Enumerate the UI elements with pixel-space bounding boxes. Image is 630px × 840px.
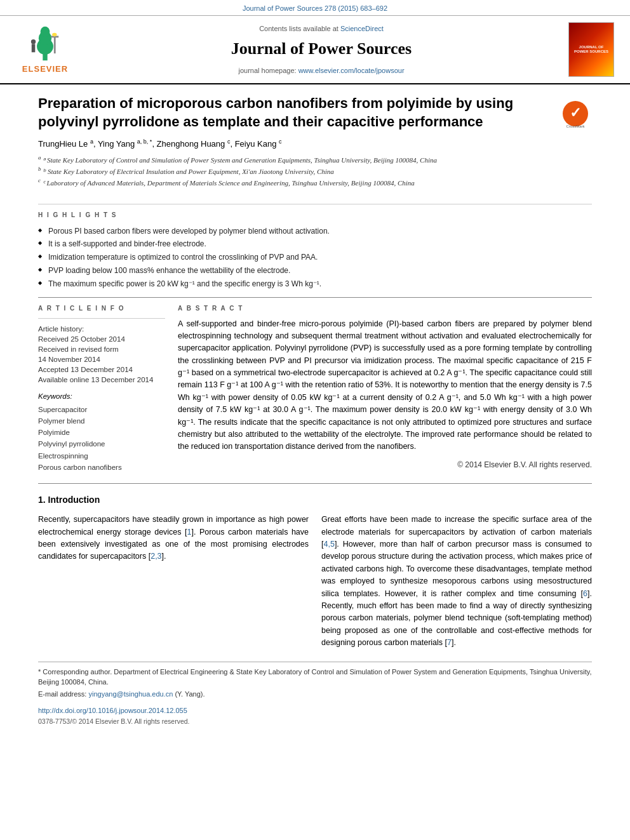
keyword-4: Polyvinyl pyrrolidone: [38, 438, 165, 450]
corresponding-author-note: * Corresponding author. Department of El…: [38, 667, 592, 687]
authors-text: TrungHieu Le a, Ying Yang a, b, *, Zheng…: [38, 139, 282, 149]
science-direct-anchor[interactable]: ScienceDirect: [340, 25, 384, 32]
journal-homepage: journal homepage: www.elsevier.com/locat…: [86, 66, 556, 76]
article-history: Article history: Received 25 October 201…: [38, 324, 165, 385]
article-title-section: Preparation of microporous carbon nanofi…: [38, 95, 592, 194]
doi-bar: http://dx.doi.org/10.1016/j.jpowsour.201…: [38, 706, 592, 716]
science-direct-link: Contents lists available at ScienceDirec…: [86, 24, 556, 34]
abstract-col: A B S T R A C T A self-supported and bin…: [178, 304, 592, 473]
history-label: Article history:: [38, 324, 165, 334]
ref-7: 7: [447, 638, 452, 647]
homepage-url[interactable]: www.elsevier.com/locate/jpowsour: [298, 67, 405, 74]
ref-2-3: 2,3: [151, 552, 161, 561]
elsevier-tree-icon: [20, 24, 70, 62]
contents-text: Contents lists available at: [259, 25, 338, 32]
history-revised-label: Received in revised form: [38, 344, 165, 354]
affiliation-b: b ᵇ State Key Laboratory of Electrical I…: [38, 165, 555, 177]
article-info-col: A R T I C L E I N F O Article history: R…: [38, 304, 165, 473]
email-note: (Y. Yang).: [175, 690, 204, 698]
intro-left-text: Recently, supercapacitors have steadily …: [38, 514, 309, 563]
divider-1: [38, 204, 592, 204]
highlight-item-4: PVP loading below 100 mass% enhance the …: [38, 264, 592, 277]
section-number: 1.: [38, 495, 46, 505]
issn-bar: 0378-7753/© 2014 Elsevier B.V. All right…: [38, 717, 592, 726]
intro-left-col: Recently, supercapacitors have steadily …: [38, 514, 309, 649]
history-online: Available online 13 December 2014: [38, 375, 165, 385]
email-link[interactable]: yingyang@tsinghua.edu.cn: [88, 690, 175, 698]
intro-right-text: Great efforts have been made to increase…: [321, 514, 592, 649]
highlight-item-1: Porous PI based carbon fibers were devel…: [38, 225, 592, 238]
abstract-label: A B S T R A C T: [178, 304, 592, 313]
keywords-label: Keywords:: [38, 391, 165, 401]
history-revised-date: 14 November 2014: [38, 354, 165, 364]
info-abstract-section: A R T I C L E I N F O Article history: R…: [38, 304, 592, 473]
keyword-6: Porous carbon nanofibers: [38, 462, 165, 473]
section-1-title: 1. Introduction: [38, 494, 592, 507]
journal-cover-image: JOURNAL OF POWER SOURCES: [568, 22, 614, 77]
introduction-section: 1. Introduction Recently, supercapacitor…: [38, 494, 592, 650]
highlight-item-5: The maximum specific power is 20 kW kg⁻¹…: [38, 277, 592, 291]
elsevier-logo: ELSEVIER: [10, 24, 80, 75]
keyword-3: Polyimide: [38, 427, 165, 438]
email-label: E-mail address:: [38, 690, 86, 698]
highlights-label: H I G H L I G H T S: [38, 211, 592, 220]
email-line: E-mail address: yingyang@tsinghua.edu.cn…: [38, 690, 592, 699]
cover-text: JOURNAL OF POWER SOURCES: [572, 45, 611, 55]
ref-6: 6: [583, 589, 587, 598]
ref-4-5: 4,5: [323, 540, 334, 549]
elsevier-logo-area: ELSEVIER: [10, 24, 80, 75]
keyword-1: Supercapacitor: [38, 404, 165, 415]
svg-point-3: [41, 27, 50, 37]
journal-citation-text: Journal of Power Sources 278 (2015) 683–…: [243, 4, 387, 12]
journal-header-center: Contents lists available at ScienceDirec…: [86, 24, 556, 76]
highlight-item-2: It is a self-supported and binder-free e…: [38, 237, 592, 251]
homepage-label: journal homepage:: [238, 67, 296, 74]
journal-title: Journal of Power Sources: [86, 37, 556, 60]
article-info-label: A R T I C L E I N F O: [38, 304, 165, 313]
intro-right-col: Great efforts have been made to increase…: [321, 514, 592, 649]
elsevier-text: ELSEVIER: [22, 63, 68, 75]
crossmark-area: ✓ CrossMark: [561, 100, 592, 131]
keywords-list: Supercapacitor Polymer blend Polyimide P…: [38, 404, 165, 473]
footnote-area: * Corresponding author. Department of El…: [38, 662, 592, 726]
history-received: Received 25 October 2014: [38, 334, 165, 344]
keyword-5: Electrospinning: [38, 450, 165, 462]
history-accepted: Accepted 13 December 2014: [38, 364, 165, 375]
highlights-section: H I G H L I G H T S Porous PI based carb…: [38, 211, 592, 291]
main-content: Preparation of microporous carbon nanofi…: [0, 84, 630, 738]
ref-1: 1: [187, 528, 192, 537]
journal-citation-bar: Journal of Power Sources 278 (2015) 683–…: [0, 0, 630, 16]
email-address: yingyang@tsinghua.edu.cn: [88, 690, 173, 698]
doi-text: http://dx.doi.org/10.1016/j.jpowsour.201…: [38, 707, 187, 714]
info-divider: [38, 318, 165, 319]
affiliation-a: a ᵃ State Key Laboratory of Control and …: [38, 154, 555, 165]
article-title: Preparation of microporous carbon nanofi…: [38, 95, 555, 131]
svg-text:CrossMark: CrossMark: [566, 124, 585, 128]
highlight-item-3: Imidization temperature is optimized to …: [38, 251, 592, 264]
crossmark-icon: ✓ CrossMark: [561, 100, 589, 128]
copyright: © 2014 Elsevier B.V. All rights reserved…: [178, 460, 592, 470]
affiliation-c: c ᶜ Laboratory of Advanced Materials, De…: [38, 177, 555, 188]
affiliations: a ᵃ State Key Laboratory of Control and …: [38, 154, 555, 188]
section-title-text: Introduction: [48, 495, 100, 505]
divider-3: [38, 483, 592, 484]
svg-text:✓: ✓: [570, 105, 581, 121]
svg-rect-5: [32, 44, 36, 53]
svg-point-8: [52, 33, 57, 37]
doi-link[interactable]: http://dx.doi.org/10.1016/j.jpowsour.201…: [38, 707, 187, 714]
svg-rect-6: [54, 36, 56, 54]
svg-point-4: [31, 39, 36, 44]
introduction-two-col: Recently, supercapacitors have steadily …: [38, 514, 592, 649]
highlights-list: Porous PI based carbon fibers were devel…: [38, 225, 592, 291]
journal-cover-area: JOURNAL OF POWER SOURCES: [563, 22, 620, 77]
authors-line: TrungHieu Le a, Ying Yang a, b, *, Zheng…: [38, 138, 555, 150]
keyword-2: Polymer blend: [38, 415, 165, 427]
journal-header: ELSEVIER Contents lists available at Sci…: [0, 16, 630, 84]
page: Journal of Power Sources 278 (2015) 683–…: [0, 0, 630, 840]
divider-2: [38, 297, 592, 298]
abstract-text: A self-supported and binder-free micro-p…: [178, 318, 592, 453]
